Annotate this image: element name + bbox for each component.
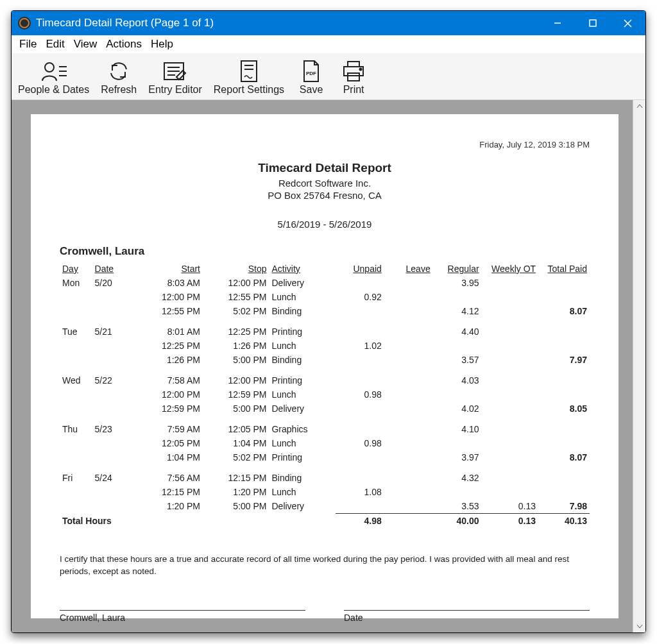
cell: 12:00 PM: [203, 373, 269, 387]
cell: [336, 499, 384, 514]
refresh-icon: [107, 58, 130, 84]
cell: Lunch: [269, 290, 335, 304]
print-icon: [341, 58, 366, 84]
cell: 4.12: [433, 304, 482, 318]
table-row: 12:15 PM1:20 PMLunch1.08: [60, 485, 590, 499]
menu-edit[interactable]: Edit: [42, 37, 68, 52]
menu-file[interactable]: File: [15, 37, 40, 52]
scroll-up-icon[interactable]: [633, 100, 645, 113]
titlebar: Timecard Detail Report (Page 1 of 1): [12, 11, 645, 35]
cell: [384, 499, 433, 514]
cell: 0.98: [336, 436, 384, 450]
signature-row: Cromwell, Laura Date: [60, 610, 590, 623]
menu-bar: File Edit View Actions Help: [12, 35, 645, 53]
cell: 12:55 PM: [203, 290, 269, 304]
cell: 8:03 AM: [137, 276, 203, 290]
total-cell: 40.13: [538, 514, 590, 529]
cell: 1:04 PM: [137, 450, 203, 464]
cell: 5/23: [92, 422, 137, 436]
scroll-down-icon[interactable]: [633, 620, 645, 632]
print-button[interactable]: Print: [334, 58, 373, 96]
cell: Binding: [269, 353, 335, 367]
cell: 12:00 PM: [203, 276, 269, 290]
report-settings-button[interactable]: Report Settings: [210, 58, 288, 96]
svg-rect-1: [590, 20, 596, 26]
cell: Tue: [60, 325, 92, 339]
cell: Printing: [269, 450, 335, 464]
table-row: Fri5/247:56 AM12:15 PMBinding4.32: [60, 471, 590, 485]
cell: 5:00 PM: [203, 353, 269, 367]
totals-row: Total Hours4.9840.000.1340.13: [60, 514, 590, 529]
signature-name: Cromwell, Laura: [60, 610, 305, 623]
people-icon: [40, 58, 68, 84]
cell: [336, 450, 384, 464]
cell: [482, 450, 539, 464]
menu-actions[interactable]: Actions: [102, 37, 146, 52]
cell: [336, 373, 384, 387]
cell: [60, 485, 92, 499]
cell: [336, 353, 384, 367]
cell: [538, 325, 590, 339]
total-cell: 0.13: [482, 514, 539, 529]
cell: [538, 339, 590, 353]
save-button[interactable]: PDF Save: [292, 58, 330, 96]
cell: [384, 402, 433, 416]
cell: [384, 471, 433, 485]
cell: [433, 436, 482, 450]
cell: Lunch: [269, 339, 335, 353]
cell: 4.32: [433, 471, 482, 485]
scroll-thumb[interactable]: [635, 113, 644, 620]
cell: Graphics: [269, 422, 335, 436]
cell: [92, 485, 137, 499]
total-cell: [384, 514, 433, 529]
cell: 5:00 PM: [203, 402, 269, 416]
menu-view[interactable]: View: [70, 37, 101, 52]
table-row: 12:25 PM1:26 PMLunch1.02: [60, 339, 590, 353]
timecard-table: Day Date Start Stop Activity Unpaid Leav…: [60, 262, 590, 528]
cell: [336, 304, 384, 318]
svg-point-4: [45, 63, 54, 72]
col-activity: Activity: [269, 262, 335, 276]
table-row: 12:59 PM5:00 PMDelivery4.028.05: [60, 402, 590, 416]
col-day: Day: [60, 262, 92, 276]
cell: [92, 450, 137, 464]
cell: 12:05 PM: [137, 436, 203, 450]
cell: [384, 436, 433, 450]
cell: 12:59 PM: [203, 387, 269, 402]
cell: [482, 304, 539, 318]
cell: 8.07: [538, 450, 590, 464]
refresh-button[interactable]: Refresh: [97, 58, 141, 96]
col-total-paid: Total Paid: [538, 262, 590, 276]
entry-editor-button[interactable]: Entry Editor: [144, 58, 206, 96]
cell: [538, 373, 590, 387]
people-dates-label: People & Dates: [18, 84, 89, 96]
cell: [482, 290, 539, 304]
cell: 1:20 PM: [137, 499, 203, 514]
cell: [60, 499, 92, 514]
close-button[interactable]: [610, 11, 645, 35]
table-row: Tue5/218:01 AM12:25 PMPrinting4.40: [60, 325, 590, 339]
vertical-scrollbar[interactable]: [633, 100, 645, 632]
cell: 5:02 PM: [203, 304, 269, 318]
cell: 12:05 PM: [203, 422, 269, 436]
people-dates-button[interactable]: People & Dates: [14, 58, 93, 96]
minimize-button[interactable]: [540, 11, 575, 35]
cell: [336, 402, 384, 416]
maximize-button[interactable]: [575, 11, 610, 35]
cell: [92, 387, 137, 402]
menu-help[interactable]: Help: [147, 37, 177, 52]
cell: [433, 290, 482, 304]
cell: 4.03: [433, 373, 482, 387]
cell: [384, 422, 433, 436]
cell: [92, 436, 137, 450]
cell: [482, 422, 539, 436]
cell: 12:25 PM: [137, 339, 203, 353]
cell: 0.98: [336, 387, 384, 402]
table-row: Mon5/208:03 AM12:00 PMDelivery3.95: [60, 276, 590, 290]
col-date: Date: [92, 262, 137, 276]
table-row: Thu5/237:59 AM12:05 PMGraphics4.10: [60, 422, 590, 436]
app-window: Timecard Detail Report (Page 1 of 1) Fil…: [11, 10, 646, 633]
cell: [384, 304, 433, 318]
cell: Lunch: [269, 436, 335, 450]
cell: [60, 339, 92, 353]
